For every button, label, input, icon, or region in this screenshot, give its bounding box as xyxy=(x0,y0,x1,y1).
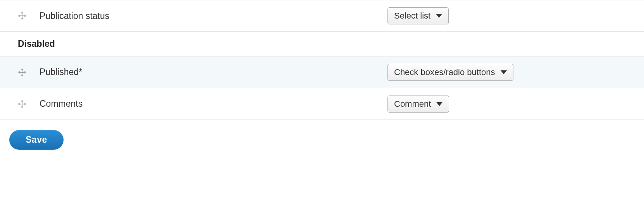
move-icon[interactable] xyxy=(18,12,26,20)
widget-select-value: Check boxes/radio buttons xyxy=(394,67,495,77)
caret-down-icon xyxy=(436,14,442,18)
required-asterisk: * xyxy=(79,67,82,77)
drag-handle-cell xyxy=(9,68,31,77)
form-actions: Save xyxy=(0,120,644,160)
widget-select-value: Select list xyxy=(394,11,430,21)
field-label: Publication status xyxy=(31,11,387,21)
field-label: Published* xyxy=(31,67,387,77)
field-display-table: Publication status Select list Disabled … xyxy=(0,0,644,120)
widget-cell: Check boxes/radio buttons xyxy=(387,64,513,81)
table-row: Published* Check boxes/radio buttons xyxy=(0,56,644,88)
caret-down-icon xyxy=(436,102,443,106)
widget-cell: Comment xyxy=(387,96,449,113)
field-label-text: Comments xyxy=(40,99,83,109)
field-label: Comments xyxy=(31,99,387,109)
move-icon[interactable] xyxy=(18,100,26,108)
save-button[interactable]: Save xyxy=(9,130,64,150)
section-header-disabled: Disabled xyxy=(0,32,644,56)
table-row: Publication status Select list xyxy=(0,0,644,32)
drag-handle-cell xyxy=(9,100,31,108)
drag-handle-cell xyxy=(9,12,31,20)
widget-select[interactable]: Comment xyxy=(387,96,449,113)
widget-cell: Select list xyxy=(387,7,449,24)
table-row: Comments Comment xyxy=(0,88,644,120)
widget-select[interactable]: Check boxes/radio buttons xyxy=(387,64,513,81)
field-label-text: Published xyxy=(40,67,79,77)
field-label-text: Publication status xyxy=(40,11,109,21)
section-header-label: Disabled xyxy=(18,39,55,49)
move-icon[interactable] xyxy=(18,68,26,77)
widget-select-value: Comment xyxy=(394,99,431,109)
caret-down-icon xyxy=(501,70,507,74)
widget-select[interactable]: Select list xyxy=(387,7,449,24)
